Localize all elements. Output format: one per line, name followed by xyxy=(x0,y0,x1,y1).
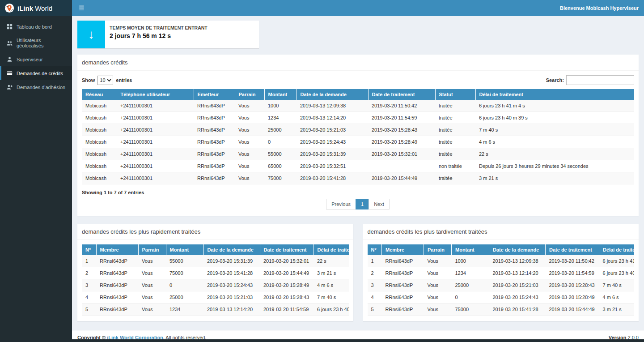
table-row: Mobicash+24111000301RRnsi643dPVous02019-… xyxy=(82,136,634,148)
table-row: 5RRnsi643dPVous750002019-03-20 15:41:282… xyxy=(368,304,635,316)
column-header[interactable]: Montant xyxy=(166,244,203,255)
table-cell: 6 jours 23 h 40 m 39 s xyxy=(314,304,349,316)
column-header[interactable]: Date de la demande xyxy=(203,244,260,255)
table-cell: 7 m 40 s xyxy=(475,124,634,136)
sidebar-item-superviseur[interactable]: Superviseur xyxy=(0,52,72,66)
page-length-control: Show 10 entries xyxy=(82,76,132,85)
sidebar-item-dashboard[interactable]: Tableau de bord xyxy=(0,20,72,34)
table-cell: RRnsi643dP xyxy=(382,279,424,291)
table-cell: Vous xyxy=(138,267,166,279)
table-cell: 7 m 40 s xyxy=(314,291,349,304)
table-cell: Vous xyxy=(235,148,264,160)
table-cell: 2019-03-20 15:41:28 xyxy=(489,304,546,316)
page-length-select[interactable]: 10 xyxy=(97,76,113,85)
column-header[interactable]: Réseau xyxy=(82,89,117,100)
table-cell: +24111000301 xyxy=(117,172,194,184)
column-header[interactable]: Date de traitement xyxy=(368,89,435,100)
table-cell: 75000 xyxy=(264,172,297,184)
table-cell: RRnsi643dP xyxy=(194,112,235,124)
table-cell: RRnsi643dP xyxy=(382,291,424,304)
table-cell: 3 m 21 s xyxy=(475,172,634,184)
column-header[interactable]: Téléphone utilisateur xyxy=(117,89,194,100)
user-icon xyxy=(7,56,13,62)
company-link[interactable]: iLink World Corporation. xyxy=(107,335,165,339)
table-row: 5RRnsi643dPVous12342019-03-13 12:14:2020… xyxy=(82,304,349,316)
table-cell: RRnsi643dP xyxy=(96,267,138,279)
next-page-button[interactable]: Next xyxy=(369,199,390,209)
column-header[interactable]: Date de traitement xyxy=(546,244,599,255)
table-cell: Vous xyxy=(424,255,452,267)
table-cell: Mobicash xyxy=(82,172,117,184)
sidebar-toggle-icon[interactable]: ☰ xyxy=(72,0,91,16)
column-header[interactable]: Date de la demande xyxy=(297,89,368,100)
table-cell: Mobicash xyxy=(82,160,117,172)
version-text: Version 2.0.0 xyxy=(609,335,639,339)
column-header[interactable]: Montant xyxy=(452,244,489,255)
fastest-processed-panel: demandes crédits les plus rapidement tra… xyxy=(77,224,353,321)
column-header[interactable]: Délai de traitement xyxy=(475,89,634,100)
table-cell: 2019-03-20 15:28:49 xyxy=(546,291,599,304)
pagination: Previous 1 Next xyxy=(82,199,634,209)
brand-logo[interactable]: iLink World xyxy=(0,0,72,16)
fastest-processed-table: N°MembreParrainMontantDate de la demande… xyxy=(82,244,349,316)
table-cell: 2019-03-20 15:44:49 xyxy=(546,304,599,316)
column-header[interactable]: Parrain xyxy=(424,244,452,255)
column-header[interactable]: Délai de traitement xyxy=(314,244,349,255)
infobox-value: 2 jours 7 h 56 m 12 s xyxy=(110,32,208,39)
table-cell: RRnsi643dP xyxy=(194,136,235,148)
column-header[interactable]: N° xyxy=(368,244,382,255)
column-header[interactable]: Membre xyxy=(96,244,138,255)
sidebar-item-demandes-credits[interactable]: Demandes de crédits xyxy=(0,66,72,80)
table-cell: 55000 xyxy=(264,148,297,160)
column-header[interactable]: Statut xyxy=(435,89,475,100)
table-cell: 1 xyxy=(82,255,96,267)
table-cell: 2019-03-20 15:28:49 xyxy=(260,279,314,291)
column-header[interactable]: Date de traitement xyxy=(260,244,314,255)
column-header[interactable]: Date de la demande xyxy=(489,244,546,255)
table-cell: traitée xyxy=(435,112,475,124)
table-cell: RRnsi643dP xyxy=(194,160,235,172)
table-row: 1RRnsi643dPVous10002019-03-13 12:09:3820… xyxy=(368,255,635,267)
table-cell: Vous xyxy=(138,291,166,304)
column-header[interactable]: N° xyxy=(82,244,96,255)
avg-processing-time-infobox: ↓ TEMPS MOYEN DE TRAITEMENT ENTRANT 2 jo… xyxy=(77,21,259,48)
table-cell: 2019-03-20 11:54:59 xyxy=(368,112,435,124)
search-input[interactable] xyxy=(566,75,634,85)
table-cell: 1000 xyxy=(452,255,489,267)
table-cell: 2019-03-13 12:14:20 xyxy=(489,267,546,279)
sidebar-item-label: Demandes d'adhésion xyxy=(17,85,65,90)
column-header[interactable]: Parrain xyxy=(138,244,166,255)
previous-page-button[interactable]: Previous xyxy=(326,199,356,209)
sidebar-item-label: Tableau de bord xyxy=(17,24,52,30)
table-cell: +24111000301 xyxy=(117,148,194,160)
table-cell: 2019-03-20 15:21:03 xyxy=(203,291,260,304)
table-cell: RRnsi643dP xyxy=(96,279,138,291)
sidebar-item-demandes-adhesion[interactable]: Demandes d'adhésion xyxy=(0,80,72,94)
table-cell: 22 s xyxy=(314,255,349,267)
column-header[interactable]: Délai de traitement xyxy=(599,244,635,255)
sidebar-item-users-geo[interactable]: Utilisateurs géolocalisés xyxy=(0,34,72,52)
column-header[interactable]: Membre xyxy=(382,244,424,255)
table-cell: 2019-03-20 15:28:49 xyxy=(368,136,435,148)
table-cell: Vous xyxy=(235,100,264,112)
table-cell: 4 xyxy=(368,291,382,304)
column-header[interactable]: Parrain xyxy=(235,89,264,100)
table-cell: +24111000301 xyxy=(117,160,194,172)
column-header[interactable]: Emetteur xyxy=(194,89,235,100)
column-header[interactable]: Montant xyxy=(264,89,297,100)
welcome-text: Bienvenue Mobicash Hyperviseur xyxy=(560,5,644,11)
table-cell: traitée xyxy=(435,148,475,160)
table-row: 3RRnsi643dPVous250002019-03-20 15:21:032… xyxy=(368,279,635,291)
table-cell: 2019-03-20 11:54:59 xyxy=(546,267,599,279)
users-icon xyxy=(7,40,13,46)
table-cell: 3 xyxy=(368,279,382,291)
table-cell: RRnsi643dP xyxy=(382,267,424,279)
table-cell: 65000 xyxy=(264,160,297,172)
dashboard-icon xyxy=(7,24,13,30)
table-cell: Vous xyxy=(235,160,264,172)
page-1-button[interactable]: 1 xyxy=(356,199,369,209)
table-cell: Vous xyxy=(424,279,452,291)
entries-label: entries xyxy=(116,77,132,83)
table-cell: traitée xyxy=(435,124,475,136)
table-cell: Vous xyxy=(138,279,166,291)
